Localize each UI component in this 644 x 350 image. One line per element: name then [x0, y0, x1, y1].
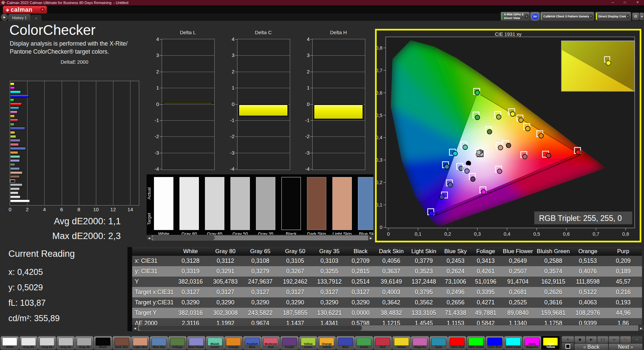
cie-point-100-yellow — [510, 112, 515, 116]
tab-nav-arrow-button[interactable]: ▶ — [1, 14, 8, 21]
swatch-scrollbar[interactable]: ◀ ▶ — [147, 235, 373, 240]
cie-1931-chart: CIE 1931 xy 00,10,20,30 — [377, 31, 640, 241]
palette-button-blue-flower[interactable]: Blue Flower — [187, 336, 205, 349]
cie-point-magenta — [497, 169, 502, 174]
pattern-window-button[interactable] — [561, 343, 574, 350]
table-scrollbar[interactable]: ◀ ▶ — [132, 325, 644, 331]
palette-button-orange-yellow[interactable]: Orange Yellow — [318, 336, 336, 349]
cie-y-tick: 0,3 — [377, 157, 382, 163]
palette-button-moderate-red[interactable]: Moderate Red — [262, 336, 280, 349]
pattern-window-icon — [566, 344, 570, 349]
cie-point-blue-flower — [465, 169, 469, 173]
table-cell: 0,3290 — [313, 297, 346, 308]
scroll-right-icon[interactable]: ▶ — [368, 235, 373, 240]
delta-tick-dash — [310, 55, 313, 56]
palette-button-100-yellow[interactable]: 100% Yellow — [541, 336, 559, 349]
palette-button-orange[interactable]: Orange — [224, 336, 243, 349]
deltae-gridline — [130, 81, 130, 205]
deltae-bar-blue — [10, 127, 25, 130]
table-cell: 187,5855 — [278, 308, 313, 318]
table-scrollbar-thumb[interactable] — [139, 326, 362, 331]
logo-dropdown-icon[interactable]: ▼ — [40, 7, 45, 12]
table-row-target-x-cie31: Target x:CIE310,31270,31270,31270,31270,… — [132, 287, 642, 297]
palette-button-blue[interactable]: Blue — [336, 336, 355, 349]
calman-menu-button[interactable]: ◈ calman ▼ — [3, 6, 47, 14]
palette-button-100-cyan[interactable]: 100% Cyan — [504, 336, 522, 349]
palette-button-blue-sky[interactable]: Blue Sky — [150, 336, 168, 349]
collapse-arrow-icon: ◀ — [641, 15, 642, 17]
chevron-down-icon[interactable]: ▼ — [525, 14, 529, 18]
table-cell: 0,4056 — [375, 256, 408, 266]
meter-badge-button[interactable]: 707 — [530, 12, 540, 21]
deltae-chart-title: DeltaE 2000 — [10, 59, 139, 65]
table-cell: 0,216 — [604, 287, 642, 297]
delta-tick-dash — [310, 136, 313, 137]
palette-button-100-blue[interactable]: 100% Blue — [486, 336, 504, 349]
loop-button[interactable]: ∞ — [608, 336, 620, 343]
palette-button-gray-35[interactable]: Gray 35 — [75, 336, 93, 349]
palette-button-gray-80[interactable]: Gray 80 — [19, 336, 38, 349]
table-cell: 0,3127 — [278, 287, 313, 297]
maximize-button[interactable]: □ — [620, 0, 630, 5]
chevron-down-icon[interactable]: ▼ — [626, 14, 630, 18]
palette-button-foliage[interactable]: Foliage — [168, 336, 186, 349]
palette-button-100-magenta[interactable]: 100% Magenta — [523, 336, 541, 349]
meter-dropdown[interactable]: X-Rite i1Pro 3Direct View ▼ — [500, 12, 530, 21]
table-cell: 1,1215 — [375, 318, 408, 325]
settings-button[interactable]: ⚙ — [632, 12, 639, 20]
table-cell: 382,0316 — [173, 277, 208, 287]
delta-axis-tick: 2 — [226, 69, 234, 75]
record-button[interactable]: ● — [631, 336, 643, 343]
back-button[interactable]: « Back — [574, 343, 608, 350]
pattern-generator-dropdown[interactable]: CalMAN Client 3 Pattern Generator ▼ — [540, 12, 594, 21]
scroll-left-icon[interactable]: ◀ — [132, 325, 138, 331]
palette-button-green[interactable]: Green — [355, 336, 373, 349]
collapse-panel-button[interactable]: ◀ — [639, 12, 644, 20]
play-button[interactable]: ▶ — [586, 336, 597, 343]
chevron-down-icon[interactable]: ▼ — [589, 14, 593, 18]
refresh-button[interactable]: ↻ — [620, 336, 631, 343]
palette-scroll-up-button[interactable]: ▲ — [561, 336, 574, 343]
palette-button-cyan[interactable]: Cyan — [430, 336, 448, 349]
table-cell: 0,3642 — [375, 297, 408, 308]
palette-label: Bluish Green — [207, 343, 223, 349]
scroll-left-icon[interactable]: ◀ — [147, 235, 152, 240]
palette-button-red[interactable]: Red — [374, 336, 392, 349]
palette-button-100-red[interactable]: 100% Red — [448, 336, 466, 349]
delta-axis-tick: -3 — [302, 150, 310, 156]
palette-button-purple[interactable]: Purple — [280, 336, 299, 349]
minimize-button[interactable]: ─ — [608, 0, 618, 5]
palette-button-yellow[interactable]: Yellow — [392, 336, 411, 349]
pattern-size-button[interactable]: [−] — [597, 336, 608, 343]
scroll-right-icon[interactable]: ▶ — [638, 325, 644, 331]
palette-button-light-skin[interactable]: Light Skin — [131, 336, 149, 349]
deltae-bar-foliage — [10, 163, 15, 166]
table-cell: 0,3562 — [408, 297, 440, 308]
display-control-dropdown[interactable]: Direct Display Control ▼ — [595, 12, 631, 21]
palette-button-bluish-green[interactable]: Bluish Green — [206, 336, 224, 349]
palette-label: 100% Green — [468, 346, 484, 349]
next-button[interactable]: Next » — [608, 343, 643, 350]
palette-button-magenta[interactable]: Magenta — [411, 336, 429, 349]
palette-button-gray-65[interactable]: Gray 65 — [38, 336, 56, 349]
tab-history-1[interactable]: History 1 — [8, 14, 31, 21]
deltae-axis-tick: 10 — [91, 207, 101, 212]
palette-button-purplish-blue[interactable]: Purplish Blue — [243, 336, 261, 349]
table-cell: 0,193 — [604, 297, 642, 308]
tab-add-button[interactable]: + — [31, 15, 41, 21]
palette-button-dark-skin[interactable]: Dark Skin — [113, 336, 131, 349]
table-cell: 51,0196 — [471, 277, 500, 287]
palette-button-white[interactable]: White — [1, 336, 19, 349]
delta-gridline — [237, 88, 290, 88]
close-button[interactable]: × — [632, 0, 643, 5]
palette-button-black[interactable]: Black — [94, 336, 112, 349]
palette-swatch — [189, 338, 204, 346]
swatch-scrollbar-thumb[interactable] — [152, 236, 215, 240]
record-icon: ● — [636, 338, 638, 341]
palette-button-gray-50[interactable]: Gray 50 — [57, 336, 75, 349]
palette-button-yellow-green[interactable]: Yellow Green — [299, 336, 317, 349]
stop-button[interactable]: ◼ — [574, 336, 586, 343]
swatch-label: White — [151, 231, 176, 235]
palette-button-100-green[interactable]: 100% Green — [467, 336, 485, 349]
deltae-bar-gray-65 — [10, 191, 18, 194]
